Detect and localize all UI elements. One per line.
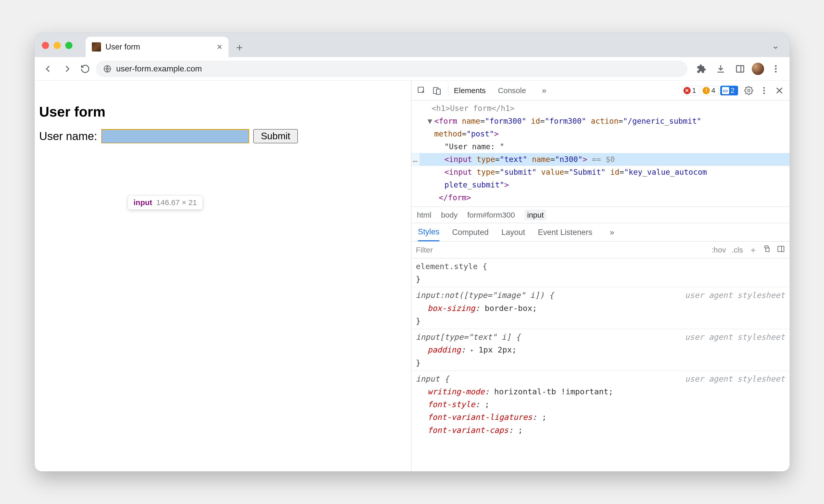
new-tab-button[interactable]: ＋ (230, 38, 248, 56)
minimize-window-button[interactable] (54, 42, 61, 49)
close-window-button[interactable] (42, 42, 49, 49)
submit-button[interactable]: Submit (253, 129, 298, 143)
svg-point-5 (775, 71, 776, 72)
dom-line[interactable]: ▼<form name="form300" id="form300" actio… (411, 115, 790, 127)
breadcrumb-item[interactable]: form#form300 (467, 211, 515, 219)
breadcrumb-item[interactable]: body (441, 211, 457, 219)
devtools-panel: Elements Console » ✕ 1 ! 4 ▭ 2 (411, 81, 790, 471)
close-tab-icon[interactable]: × (217, 42, 222, 52)
styles-tabs-overflow-icon[interactable]: » (610, 227, 614, 237)
warning-icon: ! (703, 87, 710, 94)
svg-point-4 (775, 68, 776, 69)
tab-layout[interactable]: Layout (501, 228, 525, 237)
svg-rect-8 (436, 89, 440, 94)
tabs-overflow-icon[interactable]: » (542, 86, 546, 95)
separator (448, 84, 448, 97)
warning-badge[interactable]: ! 4 (701, 86, 719, 95)
close-devtools-icon[interactable] (773, 84, 786, 97)
message-badge[interactable]: ▭ 2 (720, 86, 738, 95)
error-badge[interactable]: ✕ 1 (682, 86, 700, 95)
styles-pane-tabs: Styles Computed Layout Event Listeners » (411, 223, 790, 241)
dom-breadcrumb: html body form#form300 input (411, 207, 790, 223)
svg-rect-1 (736, 66, 744, 72)
rendered-page: User form User name: Submit input 146.67… (35, 81, 411, 471)
warning-count: 4 (711, 87, 715, 95)
username-input[interactable] (101, 129, 249, 143)
dom-line[interactable]: </form> (411, 191, 790, 204)
inspect-element-icon[interactable] (415, 84, 428, 97)
style-rule[interactable]: element.style { } (411, 259, 790, 287)
tab-favicon (92, 42, 101, 52)
page-heading: User form (39, 104, 407, 120)
devtools-topbar: Elements Console » ✕ 1 ! 4 ▭ 2 (411, 81, 790, 100)
svg-point-13 (763, 92, 765, 94)
dom-line[interactable]: <h1>User form</h1> (411, 102, 790, 115)
tab-event-listeners[interactable]: Event Listeners (538, 228, 593, 237)
dom-line[interactable]: plete_submit"> (411, 179, 790, 191)
profile-avatar[interactable] (752, 63, 764, 75)
tab-styles[interactable]: Styles (418, 223, 439, 241)
error-count: 1 (692, 87, 696, 95)
styles-rules: element.style { } input:not([type="image… (411, 259, 790, 471)
side-panel-icon[interactable] (732, 61, 748, 77)
tab-title: User form (106, 42, 140, 52)
window-controls (42, 42, 73, 49)
dom-line[interactable]: <input type="submit" value="Submit" id="… (411, 166, 790, 179)
message-icon: ▭ (722, 87, 729, 94)
back-button[interactable] (41, 61, 56, 77)
cls-toggle[interactable]: .cls (732, 245, 743, 254)
tabs-overflow-icon[interactable]: ⌄ (772, 40, 780, 51)
extensions-icon[interactable] (694, 61, 709, 77)
url-text: user-form.example.com (116, 64, 202, 74)
globe-icon (103, 65, 112, 73)
status-badges: ✕ 1 ! 4 ▭ 2 (682, 86, 738, 95)
error-icon: ✕ (684, 87, 691, 94)
style-rule[interactable]: input:not([type="image" i]) {user agent … (411, 287, 790, 329)
tab-computed[interactable]: Computed (452, 228, 489, 237)
user-form-row: User name: Submit (39, 129, 407, 143)
svg-point-12 (763, 90, 765, 91)
device-toolbar-icon[interactable] (430, 84, 443, 97)
tooltip-tagname: input (134, 198, 152, 207)
styles-filter-row: Filter :hov .cls ＋ (411, 241, 790, 259)
content-area: User form User name: Submit input 146.67… (35, 81, 790, 471)
tab-console[interactable]: Console (497, 86, 527, 95)
toggle-sidebar-icon[interactable] (777, 245, 785, 255)
chrome-window: User form × ＋ ⌄ user-form.example.com (35, 33, 790, 471)
copy-styles-icon[interactable] (763, 245, 771, 255)
breadcrumb-item-selected[interactable]: input (525, 210, 546, 220)
style-rule[interactable]: input {user agent stylesheet writing-mod… (411, 371, 790, 438)
chrome-menu-icon[interactable] (768, 61, 784, 77)
svg-rect-15 (778, 246, 784, 251)
inspector-tooltip: input 146.67 × 21 (128, 195, 203, 210)
dom-line[interactable]: method="post"> (411, 127, 790, 140)
hov-toggle[interactable]: :hov (712, 245, 726, 254)
tooltip-dimensions: 146.67 × 21 (156, 198, 197, 207)
download-icon[interactable] (713, 61, 728, 77)
maximize-window-button[interactable] (65, 42, 73, 49)
styles-filter-input[interactable]: Filter (416, 245, 706, 254)
tab-elements[interactable]: Elements (453, 86, 487, 95)
settings-icon[interactable] (742, 84, 755, 97)
reload-button[interactable] (78, 61, 93, 77)
style-rule[interactable]: input[type="text" i] {user agent stylesh… (411, 329, 790, 371)
address-bar[interactable]: user-form.example.com (96, 61, 688, 77)
message-count: 2 (731, 87, 735, 95)
browser-tab[interactable]: User form × (86, 37, 228, 57)
devtools-tabs: Elements Console » (453, 86, 546, 95)
toolbar-right (694, 61, 784, 77)
svg-point-3 (775, 65, 776, 67)
svg-point-10 (747, 89, 750, 92)
svg-rect-14 (764, 246, 768, 248)
dom-line-selected[interactable]: <input type="text" name="n300"> == $0 (411, 153, 790, 166)
username-label: User name: (39, 130, 97, 142)
browser-toolbar: user-form.example.com (35, 57, 790, 81)
breadcrumb-item[interactable]: html (417, 211, 431, 219)
svg-point-11 (763, 87, 765, 89)
forward-button[interactable] (59, 61, 75, 77)
more-menu-icon[interactable] (757, 84, 771, 97)
new-rule-icon[interactable]: ＋ (749, 244, 757, 256)
tab-strip: User form × ＋ ⌄ (35, 33, 790, 57)
dom-line[interactable]: "User name: " (411, 140, 790, 153)
dom-tree[interactable]: <h1>User form</h1> ▼<form name="form300"… (411, 100, 790, 207)
